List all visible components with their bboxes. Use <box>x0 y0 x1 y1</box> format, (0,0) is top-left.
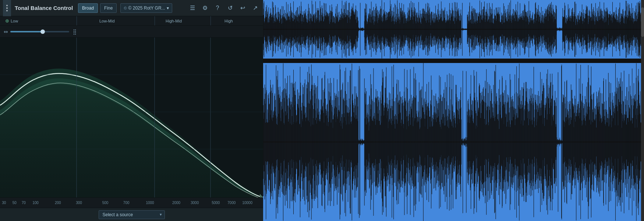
freq-70: 70 <box>22 201 26 205</box>
source-select-wrapper[interactable]: Select a source ▾ <box>99 210 165 219</box>
freq-axis: 30 50 70 100 200 300 500 700 1000 2000 3… <box>0 197 263 208</box>
slider-fill <box>10 31 43 32</box>
band-divider-2 <box>155 16 155 25</box>
slider-thumb[interactable] <box>40 29 45 34</box>
settings-button[interactable]: ⚙ <box>200 3 210 13</box>
slider-area: ⇔ ⣿ <box>0 26 263 38</box>
refresh-button[interactable]: ↺ <box>225 3 235 13</box>
broad-button[interactable]: Broad <box>78 3 98 13</box>
fine-button[interactable]: Fine <box>100 3 117 13</box>
grid-icon: ⣿ <box>73 29 77 35</box>
preset-name: © 2025 RotY GR... <box>128 6 165 11</box>
waveform-display <box>263 0 644 221</box>
high-band-label: High <box>224 19 233 23</box>
freq-50: 50 <box>13 201 17 205</box>
right-panel <box>263 0 644 221</box>
freq-700: 700 <box>123 201 130 205</box>
preset-chevron-icon: ▾ <box>167 6 169 11</box>
menu-dots-button[interactable] <box>3 0 11 16</box>
right-scrollbar[interactable] <box>641 0 644 221</box>
hamburger-button[interactable]: ☰ <box>187 3 198 13</box>
left-panel: Tonal Balance Control Broad Fine © © 202… <box>0 0 263 221</box>
chart-area <box>0 38 263 197</box>
freq-30: 30 <box>2 201 6 205</box>
high-mid-band-label: High-Mid <box>166 19 182 23</box>
band-labels: ⊕ Low Low-Mid High-Mid High <box>0 16 263 26</box>
source-select[interactable]: Select a source <box>99 210 165 219</box>
freq-10000: 10000 <box>242 201 252 205</box>
freq-2000: 2000 <box>172 201 180 205</box>
copyright-icon: © <box>124 6 127 10</box>
nav-button[interactable]: ↗ <box>250 3 260 13</box>
bottom-bar: Select a source ▾ <box>0 208 263 221</box>
app-title: Tonal Balance Control <box>15 5 73 11</box>
freq-3000: 3000 <box>191 201 199 205</box>
freq-300: 300 <box>76 201 82 205</box>
help-button[interactable]: ? <box>212 3 223 13</box>
freq-100: 100 <box>32 201 39 205</box>
freq-7000: 7000 <box>227 201 236 205</box>
band-divider-3 <box>210 16 211 25</box>
preset-selector[interactable]: © © 2025 RotY GR... ▾ <box>120 3 172 13</box>
undo-button[interactable]: ↩ <box>237 3 248 13</box>
low-mid-band-label: Low-Mid <box>99 19 115 23</box>
low-band-label: ⊕ Low <box>5 18 18 24</box>
gain-slider-track[interactable] <box>10 31 69 32</box>
freq-200: 200 <box>55 201 61 205</box>
band-divider-1 <box>77 16 77 25</box>
header: Tonal Balance Control Broad Fine © © 202… <box>0 0 263 16</box>
freq-5000: 5000 <box>212 201 220 205</box>
freq-1000: 1000 <box>146 201 154 205</box>
scrollbar-thumb[interactable] <box>641 7 644 37</box>
spectrum-chart <box>0 38 263 197</box>
slider-left-icon: ⇔ <box>4 29 8 35</box>
freq-500: 500 <box>102 201 109 205</box>
